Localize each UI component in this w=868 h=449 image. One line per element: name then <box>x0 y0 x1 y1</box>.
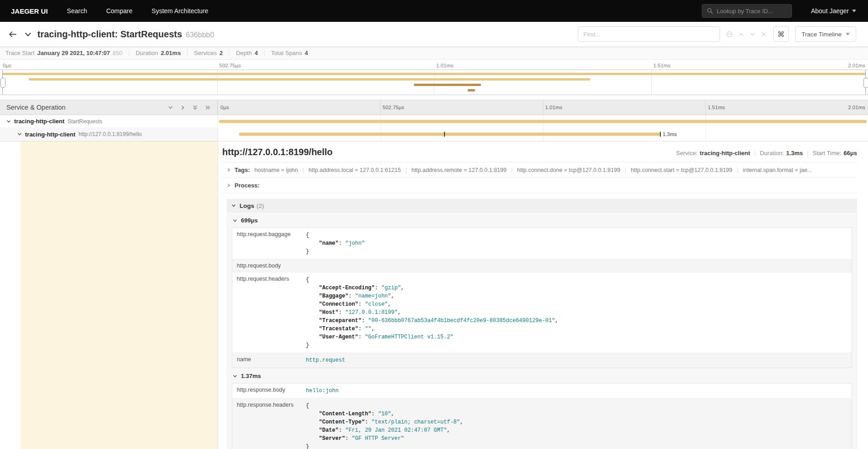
span-operation-name: StartRequests <box>68 118 102 125</box>
keyboard-shortcuts-button[interactable]: ⌘ <box>773 26 789 42</box>
log-entry-header[interactable]: 699μs <box>232 212 852 227</box>
logs-label: Logs <box>240 202 254 209</box>
log-marker <box>660 132 661 137</box>
meta-separator: | <box>803 150 812 156</box>
log-timestamp: 699μs <box>241 217 258 224</box>
search-icon <box>707 8 713 14</box>
expand-collapse-controls <box>168 105 211 111</box>
collapse-one-icon[interactable] <box>168 105 173 110</box>
timeline-gridline <box>543 100 543 115</box>
span-name-cell[interactable]: tracing-http-client StartRequests <box>0 115 218 127</box>
trace-id-lookup[interactable] <box>702 4 792 18</box>
chevron-down-icon[interactable] <box>17 132 22 136</box>
expand-all-icon[interactable] <box>205 105 211 110</box>
about-jaeger-menu[interactable]: About Jaeger <box>811 7 856 15</box>
span-bar[interactable] <box>239 133 660 136</box>
top-nav: JAEGER UI Search Compare System Architec… <box>0 0 868 22</box>
log-entry-header[interactable]: 1.37ms <box>232 368 852 383</box>
span-row-startrequests[interactable]: tracing-http-client StartRequests <box>0 115 868 127</box>
tags-accordion[interactable]: Tags: hostname = ijohnhttp.address.local… <box>222 162 857 178</box>
kv-row[interactable]: http.response.headers{ "Content-Length":… <box>232 399 852 449</box>
key-values-table: http.request.baggage{ "name": "john"}htt… <box>232 227 852 368</box>
caret-down-icon <box>846 33 850 35</box>
span-service-name: tracing-http-client <box>25 131 76 138</box>
nav-item-system-architecture[interactable]: System Architecture <box>152 7 209 15</box>
kv-value <box>301 259 852 272</box>
trace-view-dropdown[interactable]: Trace Timeline <box>795 26 856 42</box>
span-duration-label: 1.3ms <box>663 131 677 137</box>
kv-row[interactable]: http.request.headers{ "Accept-Encoding":… <box>232 272 852 353</box>
minimap-span-bar <box>29 78 590 81</box>
span-bar[interactable] <box>219 120 867 123</box>
kv-key: http.response.headers <box>232 399 301 449</box>
span-detail-title: http://127.0.0.1:8199/hello <box>222 147 332 157</box>
kv-key: http.request.body <box>232 259 301 272</box>
minimap-canvas[interactable] <box>0 70 868 95</box>
trace-title-text: tracing-http-client: StartRequests <box>37 29 182 39</box>
logs-count: (2) <box>256 202 264 209</box>
chevron-down-icon <box>231 203 236 208</box>
log-timestamp: 1.37ms <box>241 373 261 379</box>
expand-one-icon[interactable] <box>180 105 185 110</box>
timeline-tick-label: 502.75μs <box>220 63 241 68</box>
caret-down-icon <box>852 10 856 12</box>
logs-accordion-header[interactable]: Logs (2) <box>227 199 857 212</box>
span-track[interactable] <box>218 115 868 127</box>
kv-key: http.response.body <box>232 383 301 399</box>
trace-id-lookup-input[interactable] <box>717 8 787 15</box>
prev-match-icon[interactable] <box>738 31 744 37</box>
services-stat: Services 2 <box>188 50 230 56</box>
kv-value: { "Content-Length": "10", "Content-Type"… <box>301 399 852 449</box>
jaeger-logo[interactable]: JAEGER UI <box>11 7 48 15</box>
span-track[interactable]: 1.3ms <box>218 127 868 141</box>
kv-row[interactable]: http.response.bodyhello:john <box>232 383 852 399</box>
span-detail-meta: Service:tracing-http-client | Duration:1… <box>676 150 857 156</box>
tag-summary-item: internal.span.format = jae... <box>732 167 812 173</box>
collapse-all-icon[interactable] <box>193 105 198 111</box>
timeline-tick-label: 1.01ms <box>436 63 454 68</box>
tags-summary: hostname = ijohnhttp.address.local = 127… <box>255 166 812 173</box>
process-accordion[interactable]: Process: <box>222 178 857 193</box>
logs-body: 699μs http.request.baggage{ "name": "joh… <box>227 212 857 449</box>
back-button[interactable] <box>5 26 20 42</box>
tag-summary-item: http.connect.done = tcp@127.0.0.1:8199 <box>506 167 620 173</box>
kv-value: hello:john <box>301 383 852 399</box>
span-row-hello[interactable]: tracing-http-client http://127.0.0.1:819… <box>0 127 868 141</box>
timeline-tick-label: 502.75μs <box>383 105 404 110</box>
minimap-right-scrubber[interactable] <box>865 70 866 95</box>
chevron-down-icon[interactable] <box>6 119 11 124</box>
nav-item-compare[interactable]: Compare <box>106 7 133 15</box>
kv-row[interactable]: http.request.body <box>232 259 852 272</box>
log-entry: 699μs http.request.baggage{ "name": "joh… <box>232 212 852 368</box>
key-values-table: http.response.bodyhello:johnhttp.respons… <box>232 383 852 449</box>
span-detail-panel: http://127.0.0.1:8199/hello Service:trac… <box>218 141 868 449</box>
kv-row[interactable]: http.request.baggage{ "name": "john"} <box>232 228 852 259</box>
tag-summary-item: http.connect.start = tcp@127.0.0.1:8199 <box>620 167 732 173</box>
trace-view-label: Trace Timeline <box>802 31 842 38</box>
find-input[interactable] <box>578 26 720 42</box>
nav-item-search[interactable]: Search <box>67 7 87 15</box>
logs-section: Logs (2) 699μs http.request.baggage{ "na… <box>227 199 857 449</box>
tag-summary-item: http.address.remote = 127.0.0.1:8199 <box>401 167 506 173</box>
back-arrow-icon <box>8 30 17 39</box>
tag-summary-item: http.address.local = 127.0.0.1:61215 <box>298 167 401 173</box>
kv-key: http.request.baggage <box>232 228 301 259</box>
minimap-span-bar <box>3 73 866 75</box>
collapse-trace-detail-toggle[interactable] <box>20 26 36 42</box>
tags-label: Tags: <box>235 166 250 173</box>
span-detail-section: http://127.0.0.1:8199/hello Service:trac… <box>0 141 868 449</box>
detail-left-gutter <box>0 141 20 449</box>
kv-value: { "Accept-Encoding": "gzip", "Baggage": … <box>301 272 852 353</box>
timeline-gridline <box>380 100 381 115</box>
meta-separator: | <box>750 150 760 156</box>
span-name-cell[interactable]: tracing-http-client http://127.0.0.1:819… <box>0 127 218 141</box>
next-match-icon[interactable] <box>750 31 756 37</box>
total-spans-stat: Total Spans 4 <box>265 50 314 56</box>
clear-find-icon[interactable] <box>761 31 766 37</box>
focus-matches-icon[interactable] <box>726 31 733 38</box>
span-color-column[interactable] <box>20 141 218 449</box>
chevron-down-icon <box>24 30 32 38</box>
kv-row[interactable]: namehttp.request <box>232 353 852 368</box>
process-label: Process: <box>235 182 260 189</box>
kv-key: http.request.headers <box>232 272 301 353</box>
